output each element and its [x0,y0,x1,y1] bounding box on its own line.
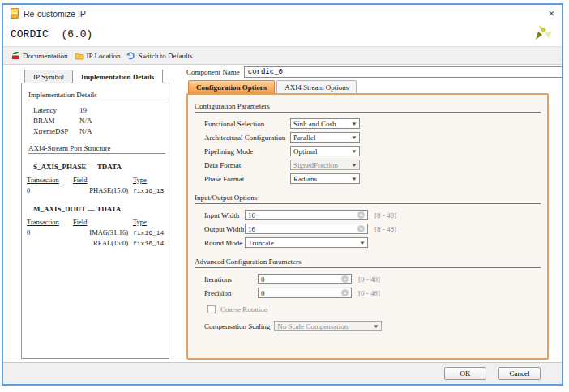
impl-row-latency: Latency 19 [22,105,169,116]
refresh-icon [126,51,135,60]
dropdown-value: Optimal [293,147,318,156]
architectural-configuration-row: Architectural Configuration Parallel ▼ [188,130,547,144]
phase-format-row: Phase Format Radians ▼ [188,172,547,185]
architectural-configuration-label: Architectural Configuration [204,134,290,142]
table-cell: 0 [27,185,73,196]
documentation-label: Documentation [23,52,68,60]
coarse-rotation-checkbox[interactable] [207,305,216,313]
architectural-configuration-dropdown[interactable]: Parallel ▼ [290,132,360,143]
chevron-down-icon: ▼ [351,149,357,154]
implementation-details-panel: Implementation Details Latency 19 BRAM N… [21,83,169,359]
switch-to-defaults-button[interactable]: Switch to Defaults [123,49,195,62]
window-title: Re-customize IP [24,9,86,19]
right-tab-bar: Configuration Options AXI4 Stream Option… [188,80,358,94]
dropdown-value: Parallel [293,134,316,142]
documentation-button[interactable]: Documentation [8,49,71,62]
clear-icon[interactable]: × [357,211,365,219]
chevron-down-icon: ▼ [373,324,379,329]
chevron-down-icon: ▼ [351,163,357,168]
pipelining-mode-dropdown[interactable]: Optimal ▼ [290,146,360,156]
tab-configuration-options[interactable]: Configuration Options [188,80,275,94]
cancel-button[interactable]: Cancel [498,367,541,380]
chevron-down-icon: ▼ [351,121,357,126]
precision-row: Precision 0 × [0 - 48] [188,286,547,300]
advanced-params-heading: Advanced Configuration Parameters [195,258,541,268]
round-mode-label: Round Mode [204,239,245,247]
table-cell: fix16_13 [130,185,169,196]
chevron-down-icon: ▼ [351,135,357,140]
ip-location-label: IP Location [87,52,121,60]
component-name-label: Component Name [186,68,240,76]
table-cell: fix16_14 [130,238,169,249]
component-name-input[interactable] [244,66,562,78]
tab-implementation-details[interactable]: Implementation Details [72,70,163,83]
data-format-row: Data Format SignedFraction ▼ [188,158,547,172]
functional-selection-row: Functional Selection Sinh and Cosh ▼ [188,117,547,130]
configuration-options-panel: Configuration Parameters Functional Sele… [186,93,549,360]
tab-axi4-stream-options[interactable]: AXI4 Stream Options [276,80,357,94]
ip-header: CORDIC (6.0) [3,22,562,46]
book-icon [11,51,20,60]
col-transaction: Transaction [27,175,73,185]
left-tab-bar: IP Symbol Implementation Details [24,70,162,83]
impl-details-heading: Implementation Details [28,91,165,100]
table-cell: 0 [27,228,73,238]
config-params-heading: Configuration Parameters [195,102,541,113]
round-mode-row: Round Mode Truncate ▼ [188,236,547,249]
footer-bar: OK Cancel [3,362,562,384]
dropdown-value: Sinh and Cosh [293,120,336,128]
input-value: 0 [261,275,265,283]
dropdown-value: No Scale Compensation [277,322,348,330]
ip-block-icon [11,8,19,19]
bram-label: BRAM [33,116,79,126]
col-transaction: Transaction [27,217,73,228]
dropdown-value: Radians [293,175,317,183]
compensation-scaling-label: Compensation Scaling [204,322,270,330]
chevron-down-icon: ▼ [359,241,366,245]
phase-format-dropdown[interactable]: Radians ▼ [290,173,360,184]
dropdown-value: SignedFraction [293,161,338,169]
pipelining-mode-label: Pipelining Mode [204,147,290,156]
title-bar: Re-customize IP × [3,5,562,22]
ok-button[interactable]: OK [444,367,486,380]
input-width-label: Input Width [204,211,245,219]
s-axis-phase-table: Transaction Field Type 0 PHASE(15:0) fix… [27,175,169,196]
input-width-row: Input Width 16 × [8 - 48] [188,208,547,222]
component-name-row: Component Name [186,66,562,78]
switch-to-defaults-label: Switch to Defaults [138,52,192,60]
latency-value: 19 [79,105,87,116]
round-mode-dropdown[interactable]: Truncate ▼ [245,237,368,248]
bram-value: N/A [79,116,92,126]
m-axis-dout-title: M_AXIS_DOUT — TDATA [33,205,169,213]
tab-ip-symbol[interactable]: IP Symbol [24,70,73,83]
pipelining-mode-row: Pipelining Mode Optimal ▼ [188,144,547,158]
ip-location-button[interactable]: IP Location [71,49,124,62]
close-icon[interactable]: × [532,6,554,21]
precision-input[interactable]: 0 × [258,288,352,298]
compensation-scaling-dropdown: No Scale Compensation ▼ [274,321,382,331]
impl-row-bram: BRAM N/A [22,116,169,126]
s-axis-phase-title: S_AXIS_PHASE — TDATA [33,163,169,171]
col-field: Field [73,175,130,185]
output-width-label: Output Width [204,225,245,233]
coarse-rotation-label: Coarse Rotation [220,305,267,313]
clear-icon[interactable]: × [357,225,365,232]
xtremedsp-value: N/A [79,126,92,137]
xilinx-logo-icon [534,24,554,44]
output-width-row: Output Width 16 × [8 - 48] [188,222,547,236]
io-options-heading: Input/Output Options [195,194,541,204]
clear-icon[interactable]: × [341,275,349,283]
input-value: 16 [248,225,255,233]
table-cell: IMAG(31:16) [73,228,130,238]
iterations-input[interactable]: 0 × [258,274,352,284]
iterations-label: Iterations [204,275,258,283]
col-field: Field [73,217,130,228]
iterations-range: [0 - 48] [358,275,380,283]
input-width-input[interactable]: 16 × [245,210,368,220]
main-content: IP Symbol Implementation Details Impleme… [3,65,562,362]
coarse-rotation-row: Coarse Rotation [188,302,547,316]
functional-selection-dropdown[interactable]: Sinh and Cosh ▼ [290,118,360,129]
output-width-input[interactable]: 16 × [245,224,368,234]
input-value: 16 [248,211,255,219]
clear-icon[interactable]: × [341,289,349,296]
